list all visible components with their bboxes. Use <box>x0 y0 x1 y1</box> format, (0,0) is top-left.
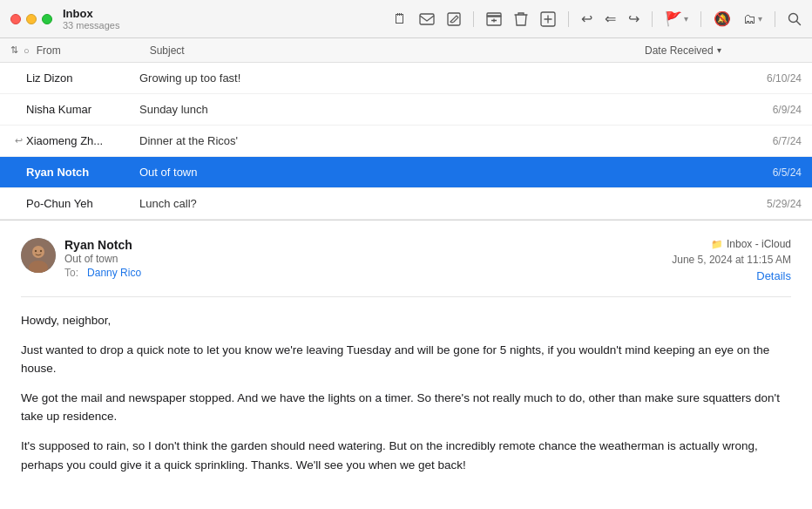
column-from: From <box>37 44 150 57</box>
note-icon[interactable]: 🗒 <box>393 11 407 27</box>
email-row-0[interactable]: Liz Dizon Growing up too fast! 6/10/24 <box>0 63 812 94</box>
email-body: Howdy, neighbor, Just wanted to drop a q… <box>21 311 791 474</box>
folder-icon: 🗂 <box>743 11 756 26</box>
email-row-2[interactable]: ↩ Xiaomeng Zh... Dinner at the Ricos' 6/… <box>0 126 812 157</box>
column-subject: Subject <box>150 44 645 57</box>
row-date-1: 6/9/24 <box>645 104 802 116</box>
body-paragraph-3: It's supposed to rain, so I don't think … <box>21 437 791 474</box>
inbox-badge: 📁 Inbox - iCloud <box>711 238 791 250</box>
reply-icon[interactable]: ↩ <box>581 10 592 27</box>
app-title: Inbox <box>63 7 119 20</box>
app-title-section: Inbox 33 messages <box>63 7 119 31</box>
message-count: 33 messages <box>63 20 119 31</box>
main-content: ⇅ ○ From Subject Date Received ▾ Liz Diz… <box>0 38 812 509</box>
search-icon[interactable] <box>788 12 802 26</box>
folder-chevron-icon: ▾ <box>758 14 762 24</box>
row-from-3: Ryan Notch <box>26 166 139 179</box>
reply-all-icon[interactable]: ⇐ <box>605 10 616 27</box>
titlebar: Inbox 33 messages 🗒 ↩ ⇐ ↪ 🚩 ▾ 🔕 <box>0 0 812 38</box>
svg-rect-1 <box>448 13 460 25</box>
sender-name: Ryan Notch <box>64 238 672 252</box>
sort-controls: ⇅ ○ <box>10 44 30 56</box>
svg-point-7 <box>32 246 44 258</box>
inbox-folder-icon: 📁 <box>711 239 723 250</box>
archive-toolbar-icon[interactable] <box>486 12 502 26</box>
svg-point-9 <box>35 250 37 252</box>
to-name[interactable]: Danny Rico <box>87 267 141 279</box>
email-detail: Ryan Notch Out of town To: Danny Rico 📁 … <box>0 221 812 509</box>
traffic-lights <box>10 14 52 24</box>
body-paragraph-0: Howdy, neighbor, <box>21 311 791 330</box>
row-date-2: 6/7/24 <box>645 135 802 147</box>
replied-icon: ↩ <box>15 135 23 146</box>
inbox-label: Inbox - iCloud <box>727 238 791 250</box>
row-subject-0: Growing up too fast! <box>139 71 645 85</box>
minimize-button[interactable] <box>26 14 37 24</box>
date-sort-chevron-icon[interactable]: ▾ <box>717 45 721 55</box>
row-subject-3: Out of town <box>139 166 645 179</box>
email-row-1[interactable]: Nisha Kumar Sunday lunch 6/9/24 <box>0 94 812 126</box>
row-subject-1: Sunday lunch <box>139 103 645 116</box>
email-row-4[interactable]: Po-Chun Yeh Lunch call? 5/29/24 <box>0 188 812 220</box>
to-label: To: <box>64 267 78 279</box>
details-link[interactable]: Details <box>756 269 791 282</box>
email-list-header: ⇅ ○ From Subject Date Received ▾ <box>0 38 812 63</box>
flag-button[interactable]: 🚩 ▾ <box>665 10 688 27</box>
avatar <box>21 238 56 273</box>
maximize-button[interactable] <box>42 14 52 24</box>
svg-rect-3 <box>487 13 501 17</box>
forward-icon[interactable]: ↪ <box>628 10 639 27</box>
row-date-4: 5/29/24 <box>645 198 802 210</box>
junk-icon[interactable] <box>540 11 556 27</box>
toolbar: 🗒 ↩ ⇐ ↪ 🚩 ▾ 🔕 🗂 ▾ <box>393 10 802 27</box>
row-from-2: Xiaomeng Zh... <box>26 134 139 147</box>
row-date-3: 6/5/24 <box>645 166 802 179</box>
email-meta-right: 📁 Inbox - iCloud June 5, 2024 at 11:15 A… <box>672 238 791 282</box>
sort-icon[interactable]: ⇅ <box>10 44 18 56</box>
email-detail-header: Ryan Notch Out of town To: Danny Rico 📁 … <box>21 238 791 282</box>
row-from-4: Po-Chun Yeh <box>26 197 139 210</box>
mail-icon[interactable] <box>419 13 435 25</box>
email-list: ⇅ ○ From Subject Date Received ▾ Liz Diz… <box>0 38 812 221</box>
sender-info: Ryan Notch Out of town To: Danny Rico <box>64 238 672 279</box>
row-indicator-2: ↩ <box>10 135 26 146</box>
bell-icon[interactable]: 🔕 <box>714 10 731 27</box>
row-from-0: Liz Dizon <box>26 71 139 85</box>
column-date: Date Received ▾ <box>645 44 802 57</box>
body-paragraph-2: We got the mail and newspaper stopped. A… <box>21 389 791 426</box>
date-received: June 5, 2024 at 11:15 AM <box>672 254 791 266</box>
row-date-0: 6/10/24 <box>645 72 802 85</box>
row-subject-2: Dinner at the Ricos' <box>139 134 645 147</box>
email-subject-detail: Out of town <box>64 253 672 265</box>
svg-point-10 <box>40 250 42 252</box>
svg-rect-0 <box>420 14 434 24</box>
close-button[interactable] <box>10 14 21 24</box>
svg-point-5 <box>789 13 798 22</box>
unread-filter-icon[interactable]: ○ <box>24 45 30 56</box>
email-to: To: Danny Rico <box>64 267 672 279</box>
row-from-1: Nisha Kumar <box>26 103 139 116</box>
email-divider <box>21 296 791 297</box>
trash-icon[interactable] <box>514 11 528 27</box>
row-subject-4: Lunch call? <box>139 197 645 210</box>
flag-icon: 🚩 <box>665 10 682 27</box>
flag-chevron-icon: ▾ <box>684 14 688 24</box>
body-paragraph-1: Just wanted to drop a quick note to let … <box>21 341 791 378</box>
compose-icon[interactable] <box>447 12 461 26</box>
folder-button[interactable]: 🗂 ▾ <box>743 11 762 26</box>
email-row-3[interactable]: Ryan Notch Out of town 6/5/24 <box>0 157 812 188</box>
